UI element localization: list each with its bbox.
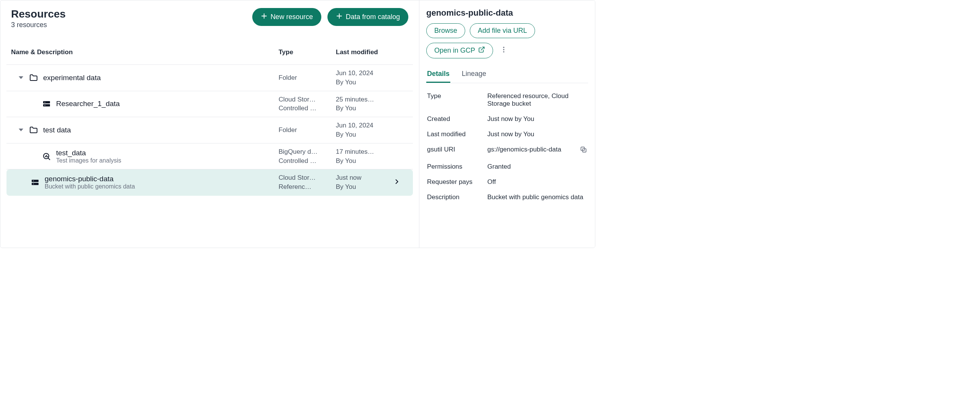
- table-row[interactable]: experimental data Folder Jun 10, 2024By …: [6, 65, 413, 91]
- detail-key-type: Type: [427, 92, 484, 100]
- col-type: Type: [279, 48, 336, 57]
- resource-count: 3 resources: [11, 21, 66, 29]
- row-description: Bucket with public genomics data: [45, 183, 135, 190]
- svg-line-9: [48, 158, 50, 160]
- open-in-gcp-button[interactable]: Open in GCP: [426, 43, 493, 58]
- caret-down-icon[interactable]: [19, 129, 23, 131]
- svg-point-18: [503, 47, 504, 48]
- svg-line-17: [481, 47, 484, 50]
- table-row[interactable]: test_data Test images for analysis BigQu…: [6, 143, 413, 170]
- svg-rect-11: [46, 155, 47, 157]
- svg-rect-6: [44, 102, 45, 103]
- plus-icon: [336, 13, 343, 21]
- row-name: test_data: [56, 149, 121, 157]
- table-row[interactable]: Researcher_1_data Cloud Stor…Controlled …: [6, 91, 413, 118]
- detail-value-created: Just now by You: [487, 115, 584, 123]
- svg-point-20: [503, 51, 504, 52]
- chevron-right-icon[interactable]: [393, 178, 408, 187]
- detail-value-description: Bucket with public genomics data: [487, 193, 584, 201]
- bigquery-icon: [42, 151, 52, 161]
- tab-details[interactable]: Details: [426, 66, 450, 83]
- copy-icon[interactable]: [580, 146, 587, 155]
- svg-point-19: [503, 49, 504, 50]
- detail-value-type: Referenced resource, Cloud Storage bucke…: [487, 92, 584, 108]
- svg-rect-16: [33, 184, 34, 184]
- svg-rect-12: [47, 156, 48, 157]
- row-name: Researcher_1_data: [56, 100, 120, 108]
- table-header-row: Name & Description Type Last modified: [6, 40, 413, 65]
- detail-key-requester-pays: Requester pays: [427, 178, 484, 186]
- folder-icon: [29, 125, 39, 135]
- table-row[interactable]: test data Folder Jun 10, 2024By You: [6, 117, 413, 143]
- plus-icon: [261, 13, 268, 21]
- row-name: experimental data: [43, 74, 101, 82]
- svg-rect-15: [33, 181, 34, 181]
- row-name: genomics-public-data: [45, 175, 135, 183]
- col-modified: Last modified: [336, 48, 393, 57]
- tab-lineage[interactable]: Lineage: [461, 66, 487, 83]
- row-name: test data: [43, 126, 71, 134]
- detail-key-gsutil: gsutil URI: [427, 146, 484, 153]
- detail-key-permissions: Permissions: [427, 163, 484, 171]
- svg-rect-4: [43, 101, 50, 103]
- storage-icon: [42, 99, 52, 109]
- more-menu-icon[interactable]: [498, 44, 510, 58]
- table-row[interactable]: genomics-public-data Bucket with public …: [6, 169, 413, 196]
- svg-rect-7: [44, 105, 45, 106]
- detail-value-requester-pays: Off: [487, 178, 584, 186]
- svg-rect-10: [45, 156, 46, 157]
- detail-key-created: Created: [427, 115, 484, 123]
- panel-title: genomics-public-data: [426, 8, 588, 18]
- folder-icon: [29, 73, 39, 83]
- detail-key-description: Description: [427, 193, 484, 201]
- browse-button[interactable]: Browse: [426, 23, 465, 38]
- svg-rect-13: [32, 180, 39, 182]
- external-link-icon: [478, 46, 485, 55]
- col-name: Name & Description: [11, 48, 279, 56]
- detail-value-gsutil: gs://genomics-public-data: [487, 146, 577, 153]
- storage-icon: [30, 177, 40, 187]
- detail-value-permissions: Granted: [487, 163, 584, 171]
- svg-rect-5: [43, 104, 50, 106]
- detail-value-modified: Just now by You: [487, 130, 584, 138]
- detail-key-modified: Last modified: [427, 130, 484, 138]
- add-file-url-button[interactable]: Add file via URL: [470, 23, 535, 38]
- new-resource-button[interactable]: New resource: [252, 8, 321, 26]
- data-from-catalog-button[interactable]: Data from catalog: [327, 8, 408, 26]
- row-description: Test images for analysis: [56, 157, 121, 164]
- page-title: Resources: [11, 8, 66, 20]
- caret-down-icon[interactable]: [19, 76, 23, 79]
- svg-rect-14: [32, 183, 39, 185]
